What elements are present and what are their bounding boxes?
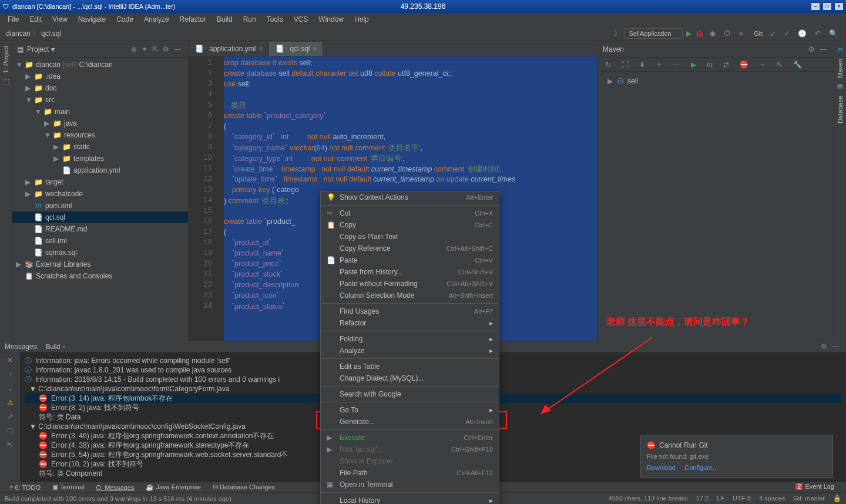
menu-tools[interactable]: Tools	[261, 15, 288, 23]
external-libraries[interactable]: ▶📚External Libraries	[12, 258, 188, 270]
maven-strip-label[interactable]: Maven	[837, 59, 844, 78]
close-button[interactable]: ×	[834, 2, 844, 11]
tab-application.yml[interactable]: 📑application.yml×	[189, 42, 269, 56]
maven-wrench-icon[interactable]: 🔧	[791, 61, 804, 69]
tab-qcl.sql[interactable]: 📑qcl.sql×	[269, 42, 323, 56]
event-log[interactable]: 2Event Log	[795, 483, 834, 490]
menu-edit[interactable]: Edit	[24, 15, 47, 23]
ctx-Open in Terminal[interactable]: ▣Open in Terminal	[321, 479, 499, 490]
tree-node-main[interactable]: ▼📁main	[12, 106, 188, 117]
git-history-icon[interactable]: 🕘	[795, 29, 809, 38]
ctx-Copy as Plain Text[interactable]: Copy as Plain Text	[321, 231, 499, 243]
git-revert-icon[interactable]: ↶	[813, 29, 823, 38]
run-button[interactable]: ▶	[686, 29, 691, 38]
close-icon[interactable]: ×	[258, 45, 263, 53]
maven-hide-icon[interactable]: —	[820, 45, 827, 53]
menu-code[interactable]: Code	[111, 15, 139, 23]
tree-node-README.md[interactable]: 📄README.md	[12, 223, 188, 235]
git-update-icon[interactable]: ↙	[767, 29, 778, 38]
tree-node-resources[interactable]: ▼📁resources	[12, 129, 188, 141]
tree-node-target[interactable]: ▶📁target	[12, 176, 188, 188]
ctx-File Path[interactable]: File PathCtrl+Alt+F12	[321, 467, 499, 479]
ctx-Folding[interactable]: Folding▸	[321, 333, 499, 345]
maven-remove-icon[interactable]: —	[671, 61, 683, 69]
ctx-Go To[interactable]: Go To▸	[321, 404, 499, 416]
ctx-Local History[interactable]: Local History▸	[321, 495, 499, 504]
ctx-Analyze[interactable]: Analyze▸	[321, 345, 499, 357]
maven-root[interactable]: ▶ ⛁ sell	[604, 75, 828, 87]
run-config-select[interactable]: SellApplication	[625, 28, 682, 39]
close-icon[interactable]: ×	[62, 343, 66, 350]
msg-export-icon[interactable]: ↗	[5, 412, 15, 421]
ctx-Show Context Actions[interactable]: 💡Show Context ActionsAlt+Enter	[321, 191, 499, 203]
tree-node-templates[interactable]: ▶📁templates	[12, 153, 188, 164]
search-icon[interactable]: 🔍	[827, 29, 840, 38]
status-encoding[interactable]: UTF-8	[733, 495, 751, 502]
tree-node-doc[interactable]: ▶📁doc	[12, 82, 188, 94]
expand-icon[interactable]: ✶	[142, 45, 147, 53]
maven-graph-icon[interactable]: ↔	[757, 61, 768, 69]
messages-hide-icon[interactable]: —	[830, 342, 841, 351]
maven-reimport-icon[interactable]: ↻	[603, 61, 613, 69]
bottom-tab-0[interactable]: ≡ 6: TODO	[4, 484, 46, 491]
msg-collapse-icon[interactable]: ⇱	[5, 441, 15, 449]
tree-node-application.yml[interactable]: 📄application.yml	[12, 164, 188, 176]
msg-warning-icon[interactable]: ⚠	[5, 398, 16, 406]
bottom-tab-4[interactable]: ⛁ Database Changes	[207, 483, 281, 491]
msg-close-icon[interactable]: ✕	[5, 356, 15, 364]
git-configure-link[interactable]: Configure...	[684, 464, 718, 471]
bottom-tab-2[interactable]: Q: Messages	[90, 484, 140, 491]
menu-help[interactable]: Help	[349, 15, 374, 23]
msg-up-icon[interactable]: ↑	[6, 370, 14, 378]
status-position[interactable]: 17:2	[696, 495, 709, 502]
menu-window[interactable]: Window	[313, 15, 349, 23]
messages-build-tab[interactable]: Build ×	[39, 343, 73, 350]
breadcrumb-root[interactable]: diancan	[6, 29, 31, 38]
gear-icon[interactable]: ⚙	[163, 45, 169, 53]
commander-icon[interactable]: ⬚	[3, 78, 9, 86]
maven-add-icon[interactable]: ＋	[653, 59, 665, 69]
maven-download-icon[interactable]: ⬇	[637, 61, 647, 69]
ctx-Column Selection Mode[interactable]: Column Selection ModeAlt+Shift+Insert	[321, 290, 499, 301]
stop-button[interactable]: ■	[737, 29, 746, 38]
tree-node-pom.xml[interactable]: mpom.xml	[12, 200, 188, 211]
ctx-Change Dialect (MySQL)...[interactable]: Change Dialect (MySQL)...	[321, 372, 499, 384]
build-icon[interactable]: ⤸	[610, 29, 621, 38]
maximize-button[interactable]: □	[822, 2, 832, 11]
profile-icon[interactable]: ⏱	[721, 29, 733, 38]
tree-node-static[interactable]: ▶📁static	[12, 141, 188, 153]
ctx-Generate...[interactable]: Generate...Alt+Insert	[321, 416, 499, 428]
status-lf[interactable]: LF	[717, 495, 724, 502]
database-tool-button[interactable]: ⛃	[837, 83, 843, 91]
scratches[interactable]: 📋Scratches and Consoles	[12, 270, 188, 282]
menu-refactor[interactable]: Refactor	[174, 15, 212, 23]
tree-node-.idea[interactable]: ▶📁.idea	[12, 70, 188, 82]
git-commit-icon[interactable]: ✓	[781, 29, 792, 38]
collapse-icon[interactable]: ⇱	[152, 45, 158, 53]
breadcrumb-file[interactable]: qcl.sql	[41, 29, 61, 38]
database-strip-label[interactable]: Database	[837, 96, 844, 123]
status-indent[interactable]: 4 spaces	[759, 495, 785, 502]
messages-gear-icon[interactable]: ⚙	[818, 342, 830, 351]
maven-tool-button[interactable]: m	[837, 46, 843, 54]
locate-icon[interactable]: ⊕	[131, 45, 137, 53]
maven-offline-icon[interactable]: ⛔	[737, 61, 751, 69]
ctx-Cut[interactable]: ✂CutCtrl+X	[321, 207, 499, 219]
maven-run-icon[interactable]: ▶	[689, 61, 699, 69]
menu-analyze[interactable]: Analyze	[139, 15, 174, 23]
git-download-link[interactable]: Download	[647, 464, 676, 471]
bottom-tab-1[interactable]: ▣ Terminal	[46, 483, 90, 491]
ctx-Refactor[interactable]: Refactor▸	[321, 317, 499, 329]
msg-down-icon[interactable]: ↓	[6, 384, 14, 392]
tree-node-sell.iml[interactable]: 📄sell.iml	[12, 235, 188, 247]
close-icon[interactable]: ×	[313, 45, 317, 53]
hide-icon[interactable]: —	[174, 45, 181, 53]
menu-file[interactable]: File	[2, 15, 24, 23]
status-git[interactable]: Git: master	[793, 495, 825, 502]
tree-node-qcl.sql[interactable]: 📑qcl.sql	[12, 211, 188, 223]
ctx-Copy[interactable]: 📋CopyCtrl+C	[321, 219, 499, 231]
tree-node-java[interactable]: ▶📁java	[12, 117, 188, 129]
menu-run[interactable]: Run	[238, 15, 261, 23]
tree-node-sqmax.sql[interactable]: 📑sqmax.sql	[12, 247, 188, 258]
menu-navigate[interactable]: Navigate	[73, 15, 111, 23]
